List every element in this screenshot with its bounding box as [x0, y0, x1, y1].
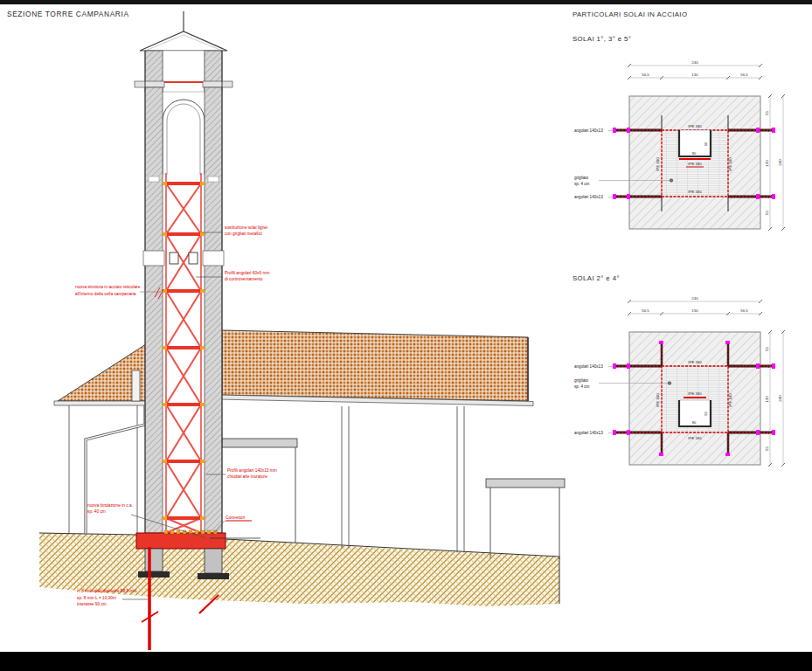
annex-slab — [222, 439, 297, 447]
grigliato-label-1: grigliato — [574, 176, 589, 180]
dim-overall-side: 240 — [778, 395, 782, 402]
dim-side-3: 55 — [765, 211, 769, 215]
grigliato-marker — [670, 179, 673, 183]
grigliato-label-2: sp. 4 cm — [574, 182, 590, 186]
note-fondazione-2: sp. 40 cm — [87, 509, 106, 514]
angolari-label-top: angolari 140x13 — [574, 364, 603, 369]
cornice-right — [203, 81, 232, 87]
angolari-label-bottom: angolari 140x13 — [574, 431, 603, 435]
note-struttura-2: all'interno della cella campanaria — [75, 292, 136, 296]
note-micropali-2: sp. 8 mm L = 10,00m — [77, 596, 116, 600]
detail-solai-2-4: 80 90 IPE 180 IPE 180 IPE 180 IPE 180 IP… — [574, 296, 785, 467]
dimensions-side — [768, 94, 785, 231]
top-border-bar — [0, 0, 812, 4]
far-slab — [486, 479, 565, 488]
downspout-pipe — [86, 405, 145, 533]
note-struttura-1: nuova struttura in acciaio reticolare — [75, 285, 141, 289]
dim-top-2: 130 — [691, 73, 698, 77]
dimensions-side — [768, 330, 785, 467]
cornice-left — [135, 81, 164, 87]
bell-tower — [135, 11, 232, 533]
details-title: PARTICOLARI SOLAI IN ACCIAIO — [573, 10, 687, 18]
beam-label-top: IPE 180 — [688, 360, 702, 364]
ground-soil — [39, 533, 559, 606]
dim-side-3: 55 — [765, 446, 769, 451]
footing-pad-right — [198, 573, 229, 579]
detail2-title: SOLAI 2° e 4° — [573, 274, 620, 282]
dim-top-3: 56,5 — [740, 73, 748, 77]
opening-width: 80 — [692, 151, 697, 156]
grigliato-label-2: sp. 4 cm — [574, 384, 590, 389]
shaft-wall-right — [205, 87, 222, 533]
tower-roof — [140, 31, 227, 51]
dim-top-2: 130 — [691, 308, 698, 313]
dim-side-2: 130 — [765, 396, 769, 403]
dim-overall-side: 240 — [778, 159, 782, 166]
grigliato-marker — [668, 382, 671, 385]
bell-chamber — [163, 51, 205, 92]
beam-label-right: IPE 180 — [728, 393, 732, 407]
grigliato-label-1: grigliato — [574, 378, 589, 383]
beam-label-left: IPE 180 — [656, 393, 660, 407]
drawing-canvas: SEZIONE TORRE CAMPANARIA PARTICOLARI SOL… — [0, 0, 812, 671]
shaft-wall-left — [145, 87, 163, 533]
arch-window-outer — [163, 100, 205, 175]
footing-right — [205, 549, 222, 573]
note-micropali-3: interasse 90 cm — [77, 602, 107, 606]
note-angolari-2: chiodati alle murature — [227, 474, 267, 479]
note-connettori: Connettori — [226, 515, 245, 520]
dim-top-1: 56,5 — [642, 308, 649, 313]
right-building — [217, 330, 565, 559]
right-roof — [222, 330, 528, 401]
opening-height: 90 — [704, 412, 708, 416]
footing-pad-left — [138, 571, 170, 578]
dim-overall-top: 240 — [691, 60, 698, 65]
beam-label-mid: IPE 180 — [688, 391, 702, 396]
beam-label-mid: IPE 180 — [688, 162, 702, 166]
bottom-border-bar — [0, 652, 812, 671]
dim-overall-top: 240 — [691, 296, 698, 301]
dim-top-1: 56,5 — [642, 73, 649, 77]
detail1-title: SOLAI 1°, 3° e 5° — [573, 35, 631, 43]
left-eave — [54, 401, 154, 405]
beam-label-bottom: IPE 180 — [688, 436, 702, 440]
note-fondazione-1: nuova fondazione in c.a. — [87, 503, 133, 508]
dim-top-3: 56,5 — [740, 308, 748, 313]
beam-label-bottom: IPE 180 — [688, 190, 702, 194]
note-sostituzione-2: con grigliati metallici — [225, 232, 262, 236]
footing-left — [145, 549, 163, 571]
tower-section-drawing: sostituzione solai lignei con grigliati … — [39, 11, 565, 650]
detail-solai-1-3-5: 80 90 IPE 180 IPE 180 IPE 180 IPE 180 IP… — [574, 60, 785, 232]
section-title: SEZIONE TORRE CAMPANARIA — [7, 10, 129, 18]
window-right — [203, 251, 224, 266]
note-sostituzione-1: sostituzione solai lignei — [225, 225, 267, 230]
note-angolari-1: Profili angolari 140x13 mm — [227, 468, 277, 473]
dim-side-2: 130 — [765, 160, 769, 167]
note-micropali-1: n. 8 micropali diametro 88,9 mm — [77, 589, 137, 593]
opening-height: 90 — [704, 142, 708, 146]
beam-label-top: IPE 180 — [688, 124, 702, 128]
dim-side-1: 55 — [765, 111, 769, 115]
opening-width: 80 — [692, 420, 697, 425]
dim-side-1: 55 — [765, 347, 769, 351]
window-left — [143, 251, 164, 266]
beam-label-right: IPE 180 — [728, 157, 732, 171]
chimney — [132, 370, 140, 401]
beam-label-left: IPE 180 — [656, 157, 660, 171]
note-controvento-2: di controventamento — [225, 277, 263, 281]
angolari-label-top: angolari 140x13 — [574, 128, 603, 133]
drawing-page: SEZIONE TORRE CAMPANARIA PARTICOLARI SOL… — [0, 0, 812, 671]
angolari-label-bottom: angolari 140x13 — [574, 195, 603, 199]
note-controvento-1: Profili angolari 60x6 mm — [225, 271, 269, 275]
